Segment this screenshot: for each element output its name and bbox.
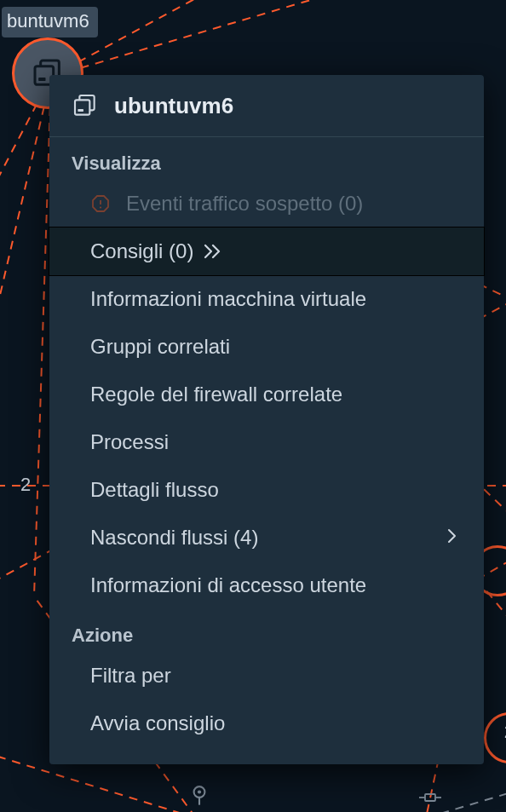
svg-line-6 xyxy=(34,77,51,596)
alert-octagon-icon xyxy=(90,193,111,214)
menu-item-label: Avvia consiglio xyxy=(90,711,225,735)
double-chevron-right-icon xyxy=(202,242,224,261)
svg-rect-18 xyxy=(38,78,45,81)
svg-point-26 xyxy=(198,790,201,793)
menu-item-suspicious-traffic: Eventi traffico sospetto (0) xyxy=(49,180,484,227)
svg-line-3 xyxy=(51,0,426,77)
pin-icon xyxy=(187,783,211,807)
menu-item-label: Processi xyxy=(90,430,169,454)
section-heading-action: Azione xyxy=(49,609,484,652)
menu-item-label: Eventi traffico sospetto (0) xyxy=(126,192,363,216)
menu-item-flow-details[interactable]: Dettagli flusso xyxy=(49,466,484,514)
menu-item-label: Filtra per xyxy=(90,664,171,688)
graph-node-label: buntuvm6 xyxy=(2,7,98,37)
menu-item-processes[interactable]: Processi xyxy=(49,418,484,466)
chevron-right-icon xyxy=(446,526,458,550)
menu-item-related-groups[interactable]: Gruppi correlati xyxy=(49,323,484,371)
menu-item-vm-info[interactable]: Informazioni macchina virtuale xyxy=(49,275,484,323)
menu-item-recommendations[interactable]: Consigli (0) xyxy=(49,227,484,275)
menu-item-related-firewall-rules[interactable]: Regole del firewall correlate xyxy=(49,371,484,418)
menu-item-label: Informazioni di accesso utente xyxy=(90,573,366,597)
menu-item-start-recommendation[interactable]: Avvia consiglio xyxy=(49,700,484,747)
vm-stack-icon xyxy=(72,92,99,119)
menu-item-label: Nascondi flussi (4) xyxy=(90,526,258,550)
context-menu: ubuntuvm6 Visualizza Eventi traffico sos… xyxy=(49,75,484,764)
menu-item-filter-by[interactable]: Filtra per xyxy=(49,652,484,700)
menu-item-label: Regole del firewall correlate xyxy=(90,383,342,406)
node-label-text: buntuvm6 xyxy=(7,10,89,32)
network-segment-icon xyxy=(417,788,443,807)
context-menu-title: ubuntuvm6 xyxy=(114,93,233,119)
svg-rect-29 xyxy=(425,794,435,801)
menu-item-label: Dettagli flusso xyxy=(90,478,219,502)
svg-rect-20 xyxy=(75,100,89,114)
menu-item-label: Informazioni macchina virtuale xyxy=(90,287,366,311)
bg-number: 2 xyxy=(20,474,31,496)
menu-item-label: Consigli (0) xyxy=(90,239,193,263)
svg-rect-21 xyxy=(78,109,83,112)
menu-item-label: Gruppi correlati xyxy=(90,335,230,359)
svg-point-24 xyxy=(100,206,101,208)
context-menu-header: ubuntuvm6 xyxy=(49,75,484,137)
menu-item-hide-flows[interactable]: Nascondi flussi (4) xyxy=(49,514,484,561)
menu-item-user-access-info[interactable]: Informazioni di accesso utente xyxy=(49,561,484,609)
svg-line-1 xyxy=(0,77,51,477)
section-heading-view: Visualizza xyxy=(49,137,484,180)
